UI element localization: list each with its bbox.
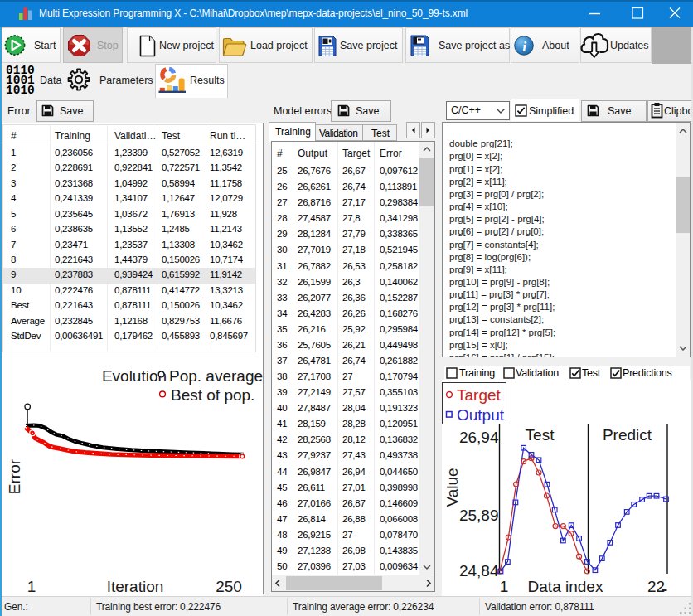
svg-text:i: i [522,39,526,55]
